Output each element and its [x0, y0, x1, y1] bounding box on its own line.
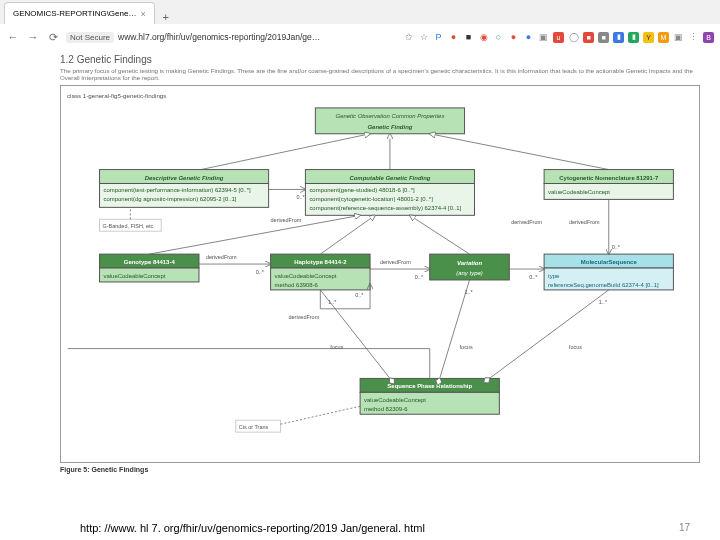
descriptive-note: G-Banded, FISH, etc. [103, 223, 156, 229]
molseq-l2: referenceSeq.genomeBuild 62374-4 [0..1] [548, 282, 659, 288]
forward-button[interactable]: → [26, 30, 40, 44]
molseq-l1: type [548, 273, 560, 279]
ext-icon-12[interactable]: ▮ [613, 32, 624, 43]
lbl-zs-3: 0..* [256, 269, 265, 275]
seqphase-note: Cis or Trans [239, 424, 269, 430]
genotype-l1: valueCodeableConcept [104, 273, 166, 279]
ext-icon-1[interactable]: ● [448, 32, 459, 43]
uml-diagram: class 1-general-fig5-genetic-findings Ge… [60, 85, 700, 463]
ext-icon-10[interactable]: ■ [583, 32, 594, 43]
group-label: class 1-general-fig5-genetic-findings [67, 92, 166, 99]
computable-l2: component(cytogenetic-location) 48001-2 … [309, 196, 433, 202]
ext-icon-16[interactable]: ▣ [673, 32, 684, 43]
descriptive-l2: component(dg agnostic-impression) 62095-… [104, 196, 237, 202]
addr-icons: ✩ ☆ P ● ■ ◉ ○ ● ● ▣ u ◯ ■ ■ ▮ ▮ Y M ▣ ⋮ … [403, 32, 714, 43]
security-badge: Not Secure [66, 32, 114, 43]
computable-l3: component(reference-sequence-assembly) 6… [309, 205, 461, 211]
ext-icon-13[interactable]: ▮ [628, 32, 639, 43]
reload-button[interactable]: ⟳ [46, 30, 60, 44]
lbl-focus-3: focus [569, 343, 582, 349]
lbl-focus-2: focus [460, 343, 473, 349]
section-title: 1.2 Genetic Findings [60, 54, 700, 65]
descriptive-title: Descriptive Genetic Finding [145, 174, 224, 180]
lbl-zs-4: 0..* [355, 292, 364, 298]
browser-tab[interactable]: GENOMICS-REPORTING\Gene… × [4, 2, 155, 24]
ext-icon-4[interactable]: ○ [493, 32, 504, 43]
svg-line-3 [430, 134, 609, 170]
root-head2: Genetic Finding [367, 124, 412, 130]
molseq-title: MolecularSequence [581, 259, 638, 265]
lbl-derivedFrom-6: derivedFrom [511, 219, 542, 225]
seqphase-l1: valueCodeableConcept [364, 397, 426, 403]
page-number: 17 [679, 522, 690, 534]
seqphase-l2: method 82309-6 [364, 406, 408, 412]
lbl-zs-5: 0..* [415, 274, 424, 280]
lbl-os-2: 1..* [465, 289, 474, 295]
ext-icon-9[interactable]: ◯ [568, 32, 579, 43]
svg-line-33 [489, 290, 608, 379]
url-container[interactable]: Not Secure www.hl7.org/fhir/uv/genomics-… [66, 32, 320, 43]
ext-icon-3[interactable]: ◉ [478, 32, 489, 43]
svg-rect-0 [315, 108, 464, 134]
profile-icon[interactable]: B [703, 32, 714, 43]
footer-url: http: //www. hl 7. org/fhir/uv/genomics-… [80, 522, 425, 534]
menu-icon[interactable]: ⋮ [688, 32, 699, 43]
new-tab-button[interactable]: + [159, 10, 173, 24]
ext-icon-8[interactable]: u [553, 32, 564, 43]
computable-l1: component(gene-studied) 48018-6 [0..*] [309, 187, 415, 193]
variation-title: Variation [457, 260, 483, 266]
close-tab-icon[interactable]: × [140, 9, 145, 19]
root-head1: Genetic Observation Common Properties [336, 113, 445, 119]
svg-line-22 [410, 215, 470, 254]
genotype-title: Genotype 84413-4 [124, 259, 176, 265]
lbl-zs-2: 0..* [612, 244, 621, 250]
page-content: 1.2 Genetic Findings The primary focus o… [0, 50, 720, 473]
lbl-zs-1: 0..* [296, 194, 305, 200]
lbl-derivedFrom-5: derivedFrom [380, 259, 411, 265]
back-button[interactable]: ← [6, 30, 20, 44]
lbl-derivedFrom-1: derivedFrom [271, 217, 302, 223]
lbl-os-3: 1..* [599, 299, 608, 305]
search-star-icon[interactable]: ✩ [403, 32, 414, 43]
section-description: The primary focus of genetic testing is … [60, 67, 700, 82]
computable-title: Computable Genetic Finding [349, 174, 430, 180]
haplotype-l2: method 63908-6 [275, 282, 319, 288]
tab-title: GENOMICS-REPORTING\Gene… [13, 9, 136, 18]
haplotype-l1: valueCodeableConcept [275, 273, 337, 279]
lbl-os-1: 1..* [328, 299, 337, 305]
ext-icon-14[interactable]: Y [643, 32, 654, 43]
seqphase-title: Sequence Phase Relationship [387, 383, 472, 389]
ext-icon-2[interactable]: ■ [463, 32, 474, 43]
svg-rect-17 [430, 254, 510, 280]
ext-icon-15[interactable]: M [658, 32, 669, 43]
lbl-derivedFrom-4: derivedFrom [288, 314, 319, 320]
lbl-derivedFrom-2: derivedFrom [569, 219, 600, 225]
lbl-zs-6: 0..* [529, 274, 538, 280]
address-bar: ← → ⟳ Not Secure www.hl7.org/fhir/uv/gen… [0, 24, 720, 50]
ext-icon-11[interactable]: ■ [598, 32, 609, 43]
ext-icon-7[interactable]: ▣ [538, 32, 549, 43]
svg-line-1 [201, 134, 370, 170]
descriptive-l1: component(test-performance-information) … [104, 187, 252, 193]
lbl-derivedFrom-3: derivedFrom [206, 254, 237, 260]
ext-p-icon[interactable]: P [433, 32, 444, 43]
tab-bar: GENOMICS-REPORTING\Gene… × + [0, 0, 720, 24]
cytonomen-title: Cytogenetic Nomenclature 81291-7 [559, 174, 659, 180]
figure-caption: Figure 5: Genetic Findings [60, 466, 700, 473]
lbl-focus-1: focus [330, 343, 343, 349]
cytonomen-l1: valueCodeableConcept [548, 189, 610, 195]
footer: http: //www. hl 7. org/fhir/uv/genomics-… [0, 520, 720, 536]
browser-chrome: GENOMICS-REPORTING\Gene… × + ← → ⟳ Not S… [0, 0, 720, 50]
bookmark-icon[interactable]: ☆ [418, 32, 429, 43]
ext-icon-6[interactable]: ● [523, 32, 534, 43]
ext-icon-5[interactable]: ● [508, 32, 519, 43]
variation-sub: (any type) [456, 270, 482, 276]
svg-line-30 [281, 406, 361, 424]
haplotype-title: Haplotype 84414-2 [294, 259, 347, 265]
url-text: www.hl7.org/fhir/uv/genomics-reporting/2… [118, 32, 320, 42]
